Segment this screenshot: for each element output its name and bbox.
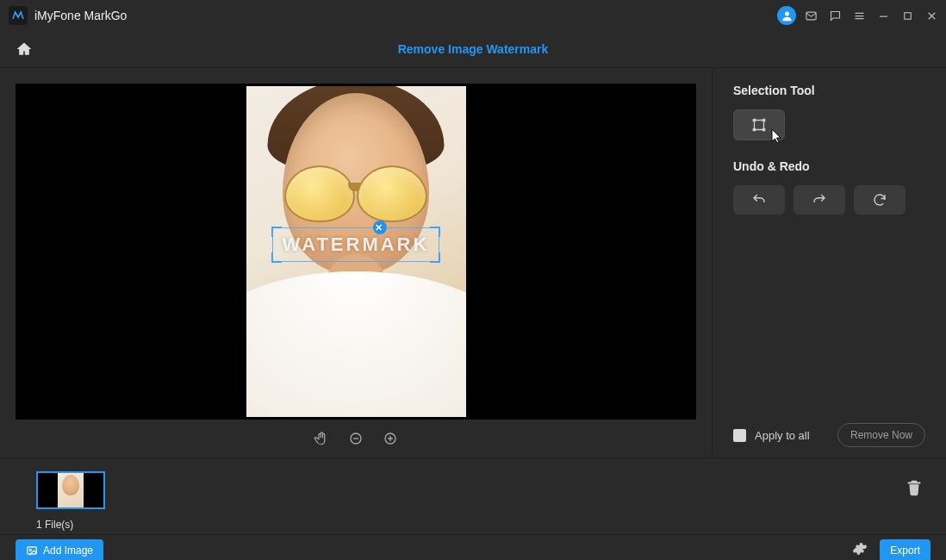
file-count-label: 1 File(s)	[36, 519, 910, 531]
workspace: ✕ WATERMARK Selection Tool	[0, 68, 946, 457]
titlebar: iMyFone MarkGo	[0, 0, 946, 31]
watermark-selection[interactable]: ✕ WATERMARK	[272, 227, 439, 262]
app-logo-icon	[9, 6, 28, 25]
watermark-text: WATERMARK	[283, 233, 430, 256]
trash-icon[interactable]	[905, 477, 924, 501]
hand-tool-icon[interactable]	[313, 430, 330, 447]
selection-rect-tool[interactable]	[733, 109, 785, 140]
mode-title: Remove Image Watermark	[48, 42, 946, 56]
svg-point-5	[753, 119, 756, 121]
zoom-in-icon[interactable]	[382, 430, 399, 447]
svg-point-6	[762, 119, 765, 121]
chat-icon[interactable]	[825, 6, 844, 25]
selection-tool-heading: Selection Tool	[733, 84, 925, 97]
tool-header: Remove Image Watermark	[0, 31, 946, 67]
undo-redo-heading: Undo & Redo	[733, 159, 925, 173]
close-icon[interactable]	[922, 6, 941, 25]
menu-icon[interactable]	[850, 6, 868, 25]
export-button[interactable]: Export	[880, 539, 930, 560]
zoom-out-icon[interactable]	[347, 430, 364, 447]
redo-button[interactable]	[794, 185, 845, 215]
svg-point-0	[785, 11, 789, 16]
apply-to-all-label: Apply to all	[755, 429, 810, 442]
add-image-button[interactable]: Add Image	[16, 539, 103, 560]
reset-button[interactable]	[854, 185, 906, 215]
svg-point-10	[29, 549, 31, 551]
minimize-icon[interactable]	[874, 6, 893, 25]
home-button[interactable]	[0, 40, 48, 58]
filmstrip: 1 File(s)	[0, 457, 946, 534]
canvas-area: ✕ WATERMARK	[0, 68, 713, 457]
loaded-image[interactable]: ✕ WATERMARK	[246, 86, 466, 417]
undo-button[interactable]	[733, 185, 785, 215]
side-panel: Selection Tool Undo & Redo	[713, 68, 946, 457]
remove-now-button[interactable]: Remove Now	[837, 423, 925, 447]
svg-point-8	[762, 128, 765, 131]
user-avatar[interactable]	[777, 6, 796, 25]
app-title: iMyFone MarkGo	[34, 9, 127, 22]
canvas-tools	[16, 420, 696, 457]
settings-icon[interactable]	[852, 541, 868, 560]
thumbnail-selected[interactable]	[36, 471, 105, 509]
svg-point-7	[753, 128, 756, 131]
canvas-viewport[interactable]: ✕ WATERMARK	[16, 84, 696, 420]
apply-to-all-checkbox[interactable]: Apply to all	[733, 429, 810, 442]
svg-rect-2	[904, 12, 911, 19]
maximize-icon[interactable]	[898, 6, 917, 25]
mail-icon[interactable]	[801, 6, 820, 25]
selection-close-icon[interactable]: ✕	[373, 221, 387, 234]
bottom-bar: Add Image Export	[0, 534, 946, 560]
